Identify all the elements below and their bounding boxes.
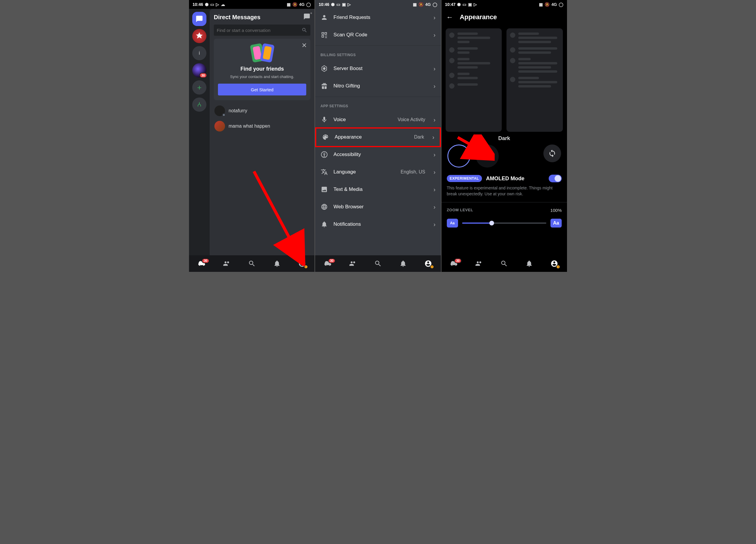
nav-friends[interactable] xyxy=(220,256,234,271)
battery-icon: ◯ xyxy=(306,2,311,7)
discover-button[interactable] xyxy=(192,97,206,112)
status-time: 10:47 xyxy=(445,2,456,7)
chevron-right-icon: › xyxy=(434,186,436,193)
nav-search[interactable] xyxy=(371,256,385,271)
aa-small-chip: Aa xyxy=(447,219,458,227)
page-title: Appearance xyxy=(460,13,497,21)
nav-mentions[interactable] xyxy=(396,256,410,271)
row-accessibility[interactable]: Accessibility › xyxy=(315,146,441,163)
chevron-right-icon: › xyxy=(434,151,436,158)
nav-profile[interactable]: ! xyxy=(547,256,561,271)
search-icon xyxy=(302,27,307,33)
theme-dark-circle[interactable] xyxy=(447,144,470,167)
server-icon-1[interactable] xyxy=(192,29,206,43)
cast-icon: ▭ xyxy=(462,2,466,7)
volte-icon: ▦ xyxy=(287,2,291,7)
zoom-slider[interactable] xyxy=(462,222,546,224)
play-icon: ▷ xyxy=(216,2,219,7)
theme-circles xyxy=(441,144,567,175)
new-message-icon[interactable] xyxy=(303,13,310,22)
dm-home-button[interactable] xyxy=(192,12,206,26)
theme-preview-light[interactable] xyxy=(506,28,563,132)
nav-profile[interactable]: ! xyxy=(295,256,309,271)
theme-preview-dark[interactable] xyxy=(446,28,502,132)
row-notifications[interactable]: Notifications › xyxy=(315,216,441,233)
find-friends-card: ✕ Find your friends Sync your contacts a… xyxy=(214,39,310,100)
nav-discord[interactable]: 30 xyxy=(195,256,209,271)
row-server-boost[interactable]: Server Boost › xyxy=(315,60,441,77)
settings-list[interactable]: Friend Requests › Scan QR Code › BILLING… xyxy=(315,9,441,233)
chevron-right-icon: › xyxy=(434,14,436,21)
get-started-button[interactable]: Get Started xyxy=(218,84,306,95)
chevron-right-icon: › xyxy=(434,116,436,123)
zoom-value: 100% xyxy=(550,208,562,213)
nav-discord[interactable]: 30 xyxy=(321,256,335,271)
slider-thumb[interactable] xyxy=(489,221,494,225)
phone-settings: 10:46 ⬢ ▭ ▣ ▷ ▦ 🔕 4G ◯ Friend Requests ›… xyxy=(315,0,441,272)
nav-badge: 30 xyxy=(328,258,335,263)
vpn-icon: ⬢ xyxy=(457,2,461,7)
section-app: APP SETTINGS xyxy=(315,99,441,111)
row-language[interactable]: Language English, US › xyxy=(315,163,441,181)
image-icon: ▣ xyxy=(468,2,472,7)
nav-search[interactable] xyxy=(497,256,511,271)
phone-dm-list: 10:46 ⬢ ▭ ▷ ☁ ▦ 🔕 4G ◯ i 30 + xyxy=(189,0,315,272)
search-input[interactable] xyxy=(217,28,299,33)
dm-row[interactable]: notafurry xyxy=(214,103,310,118)
status-time: 10:46 xyxy=(193,2,203,7)
nav-discord[interactable]: 30 xyxy=(447,256,461,271)
signal-icon: 4G xyxy=(299,2,305,7)
cast-icon: ▭ xyxy=(210,2,214,7)
play-icon: ▷ xyxy=(474,2,477,7)
mute-icon: 🔕 xyxy=(545,2,550,7)
warn-icon: ! xyxy=(556,265,560,269)
battery-icon: ◯ xyxy=(433,2,437,7)
boost-icon xyxy=(320,65,328,72)
mute-icon: 🔕 xyxy=(418,2,423,7)
chevron-right-icon: › xyxy=(434,83,436,89)
row-friend-requests[interactable]: Friend Requests › xyxy=(315,9,441,26)
globe-icon xyxy=(320,203,328,211)
accessibility-icon xyxy=(320,151,328,158)
back-button[interactable]: ← xyxy=(446,13,453,21)
server-icon-3[interactable]: 30 xyxy=(192,63,206,77)
row-nitro-gifting[interactable]: Nitro Gifting › xyxy=(315,77,441,95)
close-icon[interactable]: ✕ xyxy=(302,42,307,49)
nav-profile[interactable]: ! xyxy=(421,256,435,271)
row-text-media[interactable]: Text & Media › xyxy=(315,181,441,198)
row-web-browser[interactable]: Web Browser › xyxy=(315,198,441,216)
svg-point-2 xyxy=(324,153,325,154)
theme-label: Dark xyxy=(441,132,567,144)
theme-amoled-circle[interactable] xyxy=(476,144,499,167)
chevron-right-icon: › xyxy=(434,221,436,228)
status-bar: 10:46 ⬢ ▭ ▣ ▷ ▦ 🔕 4G ◯ xyxy=(315,0,441,9)
theme-sync-button[interactable] xyxy=(543,144,561,162)
mute-icon: 🔕 xyxy=(292,2,297,7)
nav-search[interactable] xyxy=(245,256,259,271)
qr-icon xyxy=(320,31,328,39)
row-voice[interactable]: Voice Voice Activity › xyxy=(315,111,441,128)
nav-friends[interactable] xyxy=(346,256,360,271)
avatar xyxy=(214,121,225,131)
search-box[interactable] xyxy=(214,25,310,36)
chevron-right-icon: › xyxy=(434,203,436,210)
row-appearance[interactable]: Appearance Dark › xyxy=(316,128,439,146)
add-server-button[interactable]: + xyxy=(192,80,206,94)
warn-icon: ! xyxy=(430,265,434,269)
palette-icon xyxy=(322,133,329,141)
zoom-slider-row: Aa Aa xyxy=(441,216,567,233)
nav-mentions[interactable] xyxy=(522,256,536,271)
amoled-toggle[interactable] xyxy=(549,175,562,182)
bottom-nav: 30 ! xyxy=(315,255,441,272)
row-scan-qr[interactable]: Scan QR Code › xyxy=(315,26,441,44)
nav-mentions[interactable] xyxy=(270,256,284,271)
nav-friends[interactable] xyxy=(472,256,486,271)
status-time: 10:46 xyxy=(319,2,329,7)
nav-badge: 30 xyxy=(454,258,462,263)
dm-row[interactable]: mama what happen xyxy=(214,118,310,134)
dm-list: notafurry mama what happen xyxy=(214,103,310,134)
amoled-row: EXPERIMENTAL AMOLED Mode xyxy=(441,175,567,185)
image-icon: ▣ xyxy=(342,2,346,7)
server-icon-2[interactable]: i xyxy=(192,46,206,60)
chevron-right-icon: › xyxy=(434,65,436,72)
